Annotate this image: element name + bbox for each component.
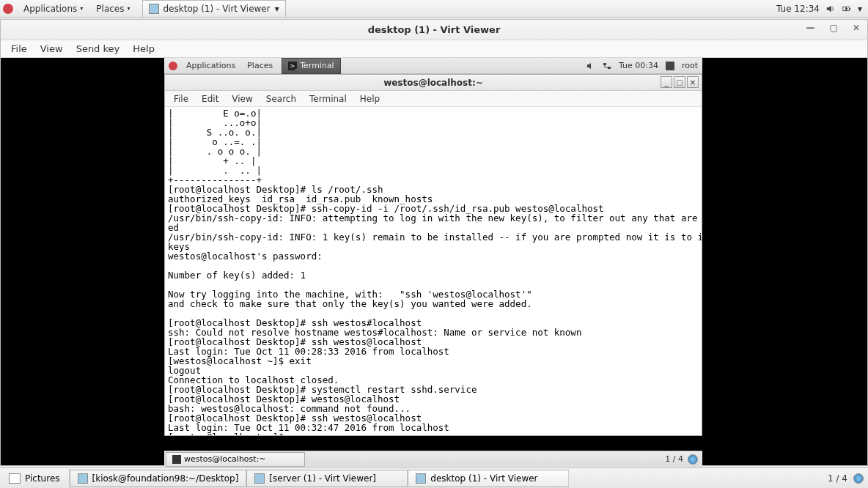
chevron-down-icon: ▾ [127,5,130,12]
menu-file[interactable]: File [168,94,194,104]
svg-rect-4 [603,63,606,65]
activities-icon[interactable] [169,62,177,70]
terminal-icon [78,473,88,484]
taskbar-entry[interactable]: desktop (1) - Virt Viewer [408,470,569,487]
show-desktop-icon[interactable] [688,454,698,465]
terminal-menubar: File Edit View Search Terminal Help [165,91,702,107]
active-window-button[interactable]: >_ Terminal [282,58,341,74]
places-menu[interactable]: Places [241,61,279,70]
system-menu-icon[interactable]: ▾ [858,4,862,14]
maximize-button[interactable]: □ [674,76,685,88]
svg-rect-7 [172,455,181,464]
terminal-titlebar[interactable]: westos@localhost:~ _ □ × [165,75,702,91]
menu-terminal[interactable]: Terminal [304,94,353,104]
user-label[interactable]: root [682,61,698,70]
volume-icon[interactable] [586,62,595,70]
taskbar: [kiosk@foundation98:~/Desktop] [server (… [70,470,828,487]
workspace-indicator[interactable]: 1 / 4 [665,454,683,464]
window-title: desktop (1) - Virt Viewer [368,24,501,35]
close-button[interactable]: × [687,76,699,88]
menu-search[interactable]: Search [260,94,302,104]
maximize-button[interactable]: ▢ [827,23,841,33]
minimize-button[interactable]: _ [661,76,672,88]
active-window-button[interactable]: desktop (1) - Virt Viewer ▾ [142,0,286,18]
menu-help[interactable]: Help [354,94,386,104]
taskbar-entry[interactable]: [kiosk@foundation98:~/Desktop] [70,470,247,487]
menu-view[interactable]: View [34,43,69,54]
user-icon [666,62,674,70]
show-desktop-icon[interactable] [853,473,864,484]
guest-bottom-panel: westos@localhost:~ 1 / 4 [164,451,702,467]
menu-edit[interactable]: Edit [196,94,224,104]
window-icon [149,4,159,14]
places-menu[interactable]: Places▾ [90,4,136,14]
taskbar-entry[interactable]: [server (1) - Virt Viewer] [246,470,408,487]
terminal-icon [172,455,181,464]
pictures-launcher[interactable]: Pictures [0,473,69,484]
applications-menu[interactable]: Applications▾ [18,4,89,14]
close-button[interactable]: ✕ [850,23,863,33]
chevron-down-icon: ▾ [275,4,279,14]
menu-view[interactable]: View [226,94,258,104]
virt-menubar: File View Send key Help [1,40,867,58]
clock[interactable]: Tue 00:34 [619,61,658,70]
battery-icon[interactable] [842,4,852,14]
window-icon [416,473,426,484]
host-bottom-panel: Pictures [kiosk@foundation98:~/Desktop] … [0,467,868,488]
window-title: westos@localhost:~ [383,78,483,88]
menu-sendkey[interactable]: Send key [70,43,126,54]
svg-rect-1 [849,8,850,10]
virt-titlebar[interactable]: desktop (1) - Virt Viewer — ▢ ✕ [1,20,867,40]
menu-help[interactable]: Help [127,43,161,54]
network-icon[interactable] [603,62,611,70]
pictures-icon [9,473,21,484]
volume-icon[interactable] [825,4,836,14]
vm-framebuffer[interactable]: Applications Places >_ Terminal Tue 00:3… [1,58,867,465]
terminal-window: westos@localhost:~ _ □ × File Edit View … [164,74,702,436]
terminal-output[interactable]: | E o=.o| | ...o+o| | S ..o. o.| | o ..=… [165,107,702,435]
menu-file[interactable]: File [5,43,33,54]
host-top-panel: Applications▾ Places▾ desktop (1) - Virt… [0,0,868,18]
terminal-icon: >_ [288,62,297,70]
applications-menu[interactable]: Applications [180,61,241,70]
clock[interactable]: Tue 12:34 [776,4,820,14]
taskbar-entry[interactable]: westos@localhost:~ [166,452,305,467]
guest-top-panel: Applications Places >_ Terminal Tue 00:3… [164,58,702,74]
activities-icon[interactable] [3,4,13,14]
virt-viewer-window: desktop (1) - Virt Viewer — ▢ ✕ File Vie… [0,19,868,466]
window-icon [254,473,265,484]
svg-rect-6 [666,62,674,70]
chevron-down-icon: ▾ [80,5,83,12]
workspace-indicator[interactable]: 1 / 4 [828,473,847,484]
minimize-button[interactable]: — [803,23,818,33]
svg-text:>_: >_ [290,62,297,70]
